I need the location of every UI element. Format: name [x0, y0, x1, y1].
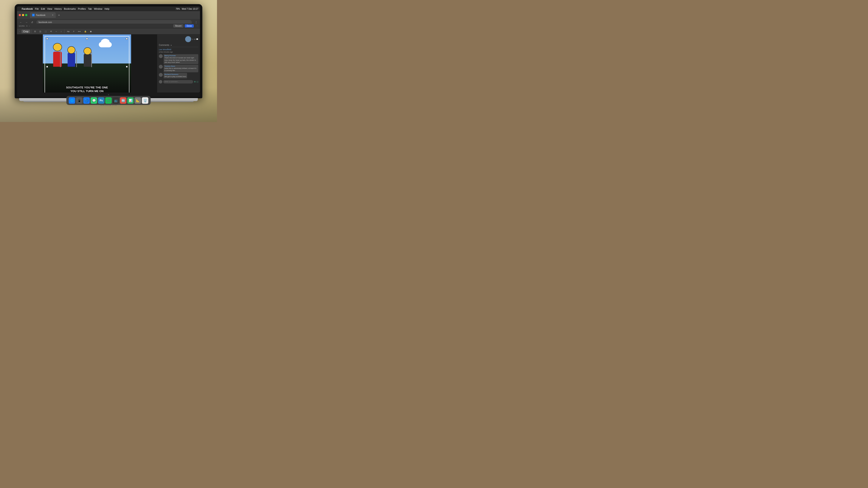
ps-options-icon[interactable]: ⋯ — [196, 25, 198, 27]
facebook-tab[interactable]: f Facebook ✕ — [30, 12, 56, 18]
close-button[interactable] — [19, 14, 21, 16]
ps-back-icon[interactable]: ‹ — [29, 25, 30, 27]
comments-dropdown-icon[interactable]: ▾ — [171, 44, 172, 46]
ps-canvas-area: SOUTHGATE YOU'RE THE ONE YOU STILL TURN … — [17, 34, 157, 93]
laptop: Facebook File Edit View History Bookmark… — [15, 4, 202, 107]
ps-close-icon[interactable]: ✕ — [26, 25, 28, 27]
dock-photoshop-icon[interactable]: Ps — [98, 97, 104, 104]
homer-figure — [52, 43, 63, 67]
photo-icon[interactable]: ◻ — [196, 80, 198, 83]
dock-chrome-icon[interactable]: 🔵 — [83, 97, 90, 104]
post-author: Lee Woodfield — [159, 48, 198, 51]
comment-3: Richard Donners We got to play a limited… — [159, 73, 198, 78]
chrome-window: f Facebook ✕ + ← → ↺ — [17, 11, 200, 93]
comment-3-avatar — [159, 73, 163, 77]
history-menu[interactable]: History — [55, 7, 62, 10]
file-menu[interactable]: File — [35, 7, 39, 10]
tab-bar: f Facebook ✕ + — [29, 12, 62, 18]
laptop-camera — [108, 94, 109, 95]
ps-tool-2[interactable]: ◫ — [38, 29, 42, 34]
comment-2: Tommo Dave haha this is absolutely brill… — [159, 65, 198, 72]
screen-frame: Facebook File Edit View History Bookmark… — [15, 4, 202, 98]
view-menu[interactable]: View — [47, 7, 52, 10]
toolbar-separator-1 — [31, 30, 32, 33]
profiles-menu[interactable]: Profiles — [78, 7, 86, 10]
tab-close-button[interactable]: ✕ — [52, 14, 54, 16]
ps-secondary-bar: WORK ✕ ‹ Revert Done ⋯ — [17, 24, 200, 28]
ps-nav-back[interactable]: ← — [19, 30, 21, 32]
menubar-right: 79% Wed 7 Dec 10:27 — [176, 8, 198, 10]
dock-excel-icon[interactable]: 📊 — [127, 97, 134, 104]
characters-area — [47, 56, 127, 82]
url-display: facebook.com — [38, 21, 52, 24]
dock-finder-icon[interactable]: 🌐 — [69, 97, 75, 104]
comment-1-text: Barry Forman That's the kind of morale w… — [164, 54, 198, 64]
photoshop-overlay: WORK ✕ ‹ Revert Done ⋯ ← Crop — [17, 24, 200, 93]
maximize-button[interactable] — [25, 14, 27, 16]
figure2-head — [67, 46, 75, 54]
window-menu[interactable]: Window — [94, 7, 102, 10]
comment-1: Barry Forman That's the kind of morale w… — [159, 54, 198, 64]
dock-tv-icon[interactable]: 📺 — [113, 97, 119, 104]
send-icon[interactable]: ⊕ — [194, 80, 196, 83]
comment-input-area: Write a comment... ⊕ ◻ — [159, 80, 198, 84]
macos-screen: Facebook File Edit View History Bookmark… — [17, 6, 200, 93]
dock-appstore-icon[interactable]: 🔤 — [120, 97, 126, 104]
comment-input-avatar — [159, 80, 162, 84]
dock-other-icon[interactable]: 📐 — [134, 97, 141, 104]
done-button[interactable]: Done — [185, 24, 194, 28]
menubar-left: Facebook File Edit View History Bookmark… — [19, 7, 110, 10]
ps-tool-7[interactable]: Aa — [66, 29, 71, 34]
tab-favicon: f — [32, 14, 35, 17]
ps-tool-8[interactable]: ↗ — [71, 29, 76, 34]
bookmarks-menu[interactable]: Bookmarks — [64, 7, 76, 10]
figure2 — [66, 46, 76, 67]
meme-line1: SOUTHGATE YOU'RE THE ONE — [45, 86, 129, 90]
revert-button[interactable]: Revert — [173, 24, 183, 28]
datetime-display: Wed 7 Dec 10:27 — [182, 8, 198, 10]
ps-tool-6[interactable]: ↕ — [59, 29, 63, 34]
comment-2-avatar — [159, 65, 163, 69]
dock-launchpad-icon[interactable]: 📱 — [76, 97, 83, 104]
battery-status: 79% — [176, 8, 180, 10]
crop-tool-label[interactable]: Crop — [22, 30, 30, 33]
comments-header: Comments ▾ — [159, 44, 198, 47]
toolbar-separator-2 — [64, 30, 64, 33]
ps-tool-10[interactable]: 🔒 — [83, 29, 88, 34]
mic-stand-2 — [76, 51, 77, 67]
dock: 🌐 📱 🔵 💬 Ps 🎵 📺 🔤 📊 📐 🗑️ — [66, 96, 151, 105]
comment-3-text: Richard Donners We got to play a limited… — [164, 73, 187, 78]
figure2-body — [68, 53, 75, 67]
dock-messages-icon[interactable]: 💬 — [91, 97, 97, 104]
notification-icon: ▷ — [192, 38, 193, 40]
dock-spotify-icon[interactable]: 🎵 — [105, 97, 112, 104]
cloud-graphic — [97, 39, 114, 47]
post-timestamp: a few minutes ago — [159, 51, 198, 53]
ps-workspace-label: WORK — [19, 25, 25, 27]
comment-count: 10 💬 — [194, 38, 198, 40]
help-menu[interactable]: Help — [104, 7, 110, 10]
comment-input-field[interactable]: Write a comment... — [163, 80, 193, 84]
figure3 — [83, 47, 92, 67]
meme-text-overlay: SOUTHGATE YOU'RE THE ONE YOU STILL TURN … — [43, 86, 131, 93]
ps-tool-4[interactable]: ⟲ — [49, 29, 53, 34]
dock-trash-icon[interactable]: 🗑️ — [142, 97, 148, 104]
mic-stand-3 — [91, 52, 92, 67]
app-name-menu[interactable]: Facebook — [22, 7, 33, 10]
tab-menu[interactable]: Tab — [88, 7, 92, 10]
ps-tool-5[interactable]: ↔ — [54, 29, 59, 34]
mic-stand-1 — [60, 50, 61, 67]
meme-line2: YOU STILL TURN ME ON — [45, 90, 129, 93]
new-tab-button[interactable]: + — [57, 13, 61, 18]
edit-menu[interactable]: Edit — [41, 7, 45, 10]
minimize-button[interactable] — [22, 14, 24, 16]
ps-tool-9[interactable]: ⟺ — [76, 29, 82, 34]
meme-image-container: SOUTHGATE YOU'RE THE ONE YOU STILL TURN … — [43, 34, 131, 93]
ps-tool-1[interactable]: ⊡ — [33, 29, 37, 34]
ps-tool-11[interactable]: ◉ — [89, 29, 93, 34]
ps-main-area: SOUTHGATE YOU'RE THE ONE YOU STILL TURN … — [17, 34, 200, 93]
comment-placeholder: Write a comment... — [164, 81, 179, 83]
ps-tool-3[interactable]: ⬚ — [43, 29, 48, 34]
meme-image: SOUTHGATE YOU'RE THE ONE YOU STILL TURN … — [43, 34, 131, 93]
user-avatar — [185, 36, 191, 42]
